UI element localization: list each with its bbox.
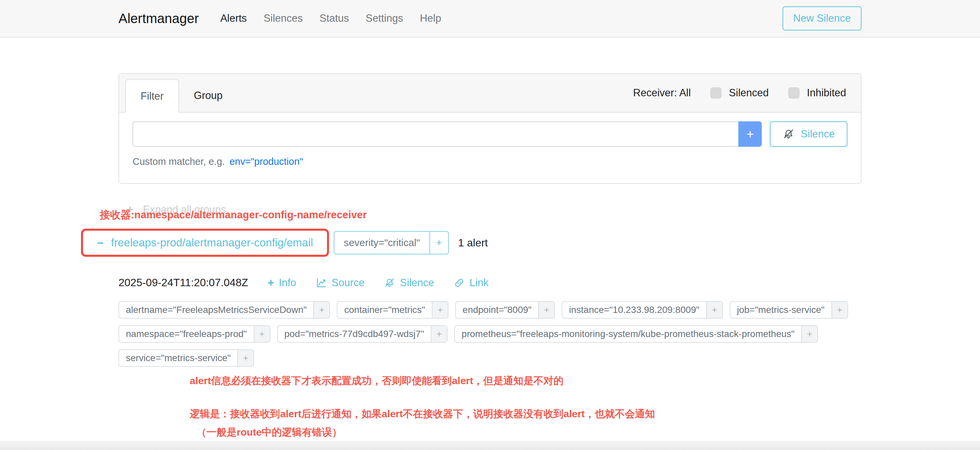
alert-annotation-note: alert信息必须在接收器下才表示配置成功，否则即使能看到alert，但是通知是… (190, 374, 862, 388)
alert-label-text: namespace="freeleaps-prod" (119, 326, 254, 342)
group-matcher-text: severity="critical" (334, 232, 429, 254)
alert-info-label: Info (279, 277, 296, 289)
group-receiver-label: freeleaps-prod/alertmanager-config/email (111, 236, 313, 249)
main-nav: Alerts Silences Status Settings Help (220, 13, 441, 24)
silence-filter-label: Silence (800, 128, 835, 140)
alert-label-add-button[interactable]: + (538, 302, 554, 318)
alert-silence-link[interactable]: Silence (384, 277, 434, 289)
alert-label-add-button[interactable]: + (237, 350, 253, 366)
top-navbar: Alertmanager Alerts Silences Status Sett… (0, 0, 980, 38)
group-matcher-add-button[interactable]: + (430, 232, 448, 254)
matcher-input[interactable] (132, 121, 738, 147)
nav-item-settings[interactable]: Settings (366, 13, 403, 24)
group-receiver-button[interactable]: − freeleaps-prod/alertmanager-config/ema… (81, 229, 329, 257)
alert-label-text: prometheus="freeleaps-monitoring-system/… (455, 326, 801, 342)
alert-info-link[interactable]: + Info (267, 276, 296, 289)
alert-label-chip: alertname="FreeleapsMetricsServiceDown" … (118, 301, 330, 318)
alert-label-chip: instance="10.233.98.209:8009" + (562, 301, 723, 318)
nav-item-help[interactable]: Help (420, 13, 441, 24)
alert-label-chip: service="metrics-service" + (118, 349, 254, 367)
inhibited-label: Inhibited (807, 87, 846, 99)
filter-tabs: Filter Group (125, 79, 237, 112)
alert-label-add-button[interactable]: + (431, 326, 447, 342)
tab-group[interactable]: Group (179, 79, 237, 112)
alert-item: 2025-09-24T11:20:07.048Z + Info Source (118, 276, 862, 367)
alert-label-text: container="metrics" (337, 302, 432, 318)
bell-slash-icon (384, 277, 395, 288)
silenced-checkbox-group[interactable]: Silenced (710, 87, 769, 99)
logic-annotation-note-2: （一般是route中的逻辑有错误） (196, 426, 862, 439)
group-matcher-chip: severity="critical" + (334, 231, 449, 254)
app-brand[interactable]: Alertmanager (118, 11, 199, 26)
receiver-annotation-note: 接收器:namespace/altermanager-config-name/r… (100, 208, 367, 222)
alert-label-chip: endpoint="8009" + (455, 301, 555, 318)
bell-slash-icon (783, 128, 795, 140)
alert-label-chip: namespace="freeleaps-prod" + (118, 325, 270, 343)
new-silence-button[interactable]: New Silence (783, 6, 862, 30)
alert-label-add-button[interactable]: + (831, 302, 848, 318)
silenced-checkbox[interactable] (710, 87, 722, 98)
custom-matcher-hint: Custom matcher, e.g. (132, 156, 225, 167)
alert-labels: alertname="FreeleapsMetricsServiceDown" … (118, 301, 862, 367)
alert-label-chip: pod="metrics-77d9cdb497-wdsj7" + (277, 325, 448, 343)
alert-label-add-button[interactable]: + (801, 326, 817, 342)
alert-source-label: Source (332, 277, 364, 289)
alert-label-text: alertname="FreeleapsMetricsServiceDown" (119, 302, 313, 318)
nav-item-status[interactable]: Status (320, 13, 349, 24)
logic-annotation-note: 逻辑是：接收器收到alert后进行通知，如果alert不在接收器下，说明接收器没… (190, 407, 862, 421)
silenced-label: Silenced (729, 87, 769, 99)
alert-label-add-button[interactable]: + (706, 302, 722, 318)
alert-label-text: job="metrics-service" (730, 302, 831, 318)
group-alert-count: 1 alert (458, 237, 488, 249)
nav-item-silences[interactable]: Silences (263, 13, 302, 24)
alert-label-text: pod="metrics-77d9cdb497-wdsj7" (278, 326, 431, 342)
alert-label-chip: job="metrics-service" + (730, 301, 848, 318)
link-icon (453, 277, 465, 288)
chart-line-icon (316, 277, 327, 288)
nav-item-alerts[interactable]: Alerts (220, 13, 247, 24)
alert-timestamp: 2025-09-24T11:20:07.048Z (118, 276, 248, 289)
alert-label-chip: container="metrics" + (337, 301, 449, 318)
collapse-icon: − (97, 236, 104, 249)
silence-filter-button[interactable]: Silence (770, 121, 848, 147)
inhibited-checkbox-group[interactable]: Inhibited (788, 87, 846, 99)
filter-panel: Filter Group Receiver: All Silenced Inhi… (118, 73, 862, 184)
alert-label-add-button[interactable]: + (313, 302, 329, 318)
alert-permalink[interactable]: Link (453, 277, 488, 289)
tab-filter[interactable]: Filter (125, 79, 179, 112)
alert-source-link[interactable]: Source (316, 277, 364, 289)
alert-link-label: Link (469, 277, 488, 289)
matcher-example-link[interactable]: env="production" (230, 156, 303, 167)
alert-label-add-button[interactable]: + (432, 302, 448, 318)
inhibited-checkbox[interactable] (788, 87, 800, 98)
filter-panel-header: Filter Group Receiver: All Silenced Inhi… (119, 74, 861, 112)
add-matcher-button[interactable]: + (738, 121, 762, 147)
alert-label-text: endpoint="8009" (456, 302, 538, 318)
receiver-filter-label[interactable]: Receiver: All (633, 87, 691, 99)
page-bottom-strip (0, 440, 980, 450)
alert-label-text: instance="10.233.98.209:8009" (562, 302, 706, 318)
filter-panel-body: + Silence Custom matcher, e.g. env="prod… (119, 112, 861, 183)
alert-label-text: service="metrics-service" (119, 350, 237, 366)
alert-label-chip: prometheus="freeleaps-monitoring-system/… (454, 325, 818, 343)
alert-label-add-button[interactable]: + (254, 326, 270, 342)
plus-icon: + (267, 276, 274, 289)
alert-silence-label: Silence (400, 277, 434, 289)
